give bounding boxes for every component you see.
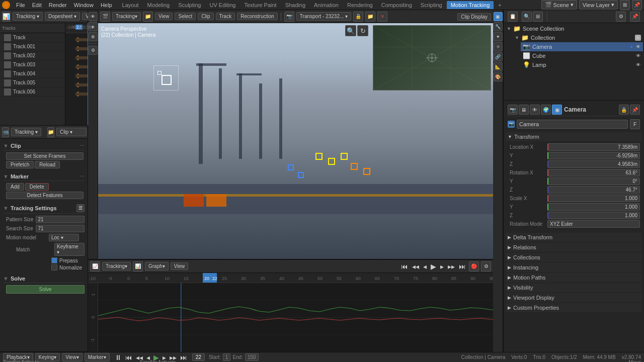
prop-view-icon[interactable]: 👁 bbox=[530, 105, 540, 115]
prop-object-data-icon[interactable]: ▣ bbox=[552, 105, 562, 115]
outliner-settings-icon[interactable]: ⚙ bbox=[616, 12, 626, 22]
side-icon-0[interactable]: 👁 bbox=[89, 12, 98, 21]
track-item-1[interactable]: Track.001 bbox=[0, 42, 65, 51]
props-physics-icon[interactable]: ⚛ bbox=[494, 42, 503, 51]
clip-viewer-type-icon[interactable]: 🎬 bbox=[100, 12, 110, 22]
clip-viewer-mode[interactable]: Tracking▾ bbox=[112, 12, 141, 21]
lamp-item[interactable]: 💡 Lamp 👁 bbox=[521, 60, 643, 69]
clip-viewer-main[interactable]: Camera Perspective (22) Collection | Cam… bbox=[98, 23, 493, 259]
graph-mode[interactable]: Tracking▾ bbox=[102, 262, 131, 270]
solve-button[interactable]: Solve bbox=[6, 285, 85, 294]
marker-delete-btn[interactable]: Delete bbox=[25, 183, 49, 191]
match-dropdown[interactable]: Keyframe ▾ bbox=[54, 243, 85, 256]
track-item-0[interactable]: Track bbox=[0, 33, 65, 42]
side-icon-solve[interactable]: ⚙ bbox=[89, 46, 98, 55]
tab-scripting[interactable]: Scripting bbox=[417, 1, 446, 9]
menu-edit[interactable]: Edit bbox=[29, 1, 45, 9]
cube-visibility[interactable]: 👁 bbox=[635, 53, 641, 59]
tab-animation[interactable]: Animation bbox=[310, 1, 343, 9]
current-frame-display[interactable]: 22 bbox=[192, 353, 205, 361]
clip-display-btn[interactable]: Clip Display bbox=[457, 13, 491, 21]
graph-type[interactable]: Graph▾ bbox=[145, 262, 169, 270]
prop-pin-icon[interactable]: 📌 bbox=[630, 105, 640, 115]
collection-visibility[interactable]: 👁 bbox=[635, 35, 641, 41]
cube-item[interactable]: ⬜ Cube 👁 bbox=[521, 51, 643, 60]
editor-type-icon[interactable]: 📊 bbox=[2, 12, 11, 22]
prefetch-btn[interactable]: Prefetch bbox=[6, 161, 34, 168]
instancing-header[interactable]: ▶ Instancing bbox=[506, 263, 642, 272]
tab-layout[interactable]: Layout bbox=[118, 1, 143, 9]
lamp-visibility[interactable]: 👁 bbox=[635, 62, 641, 68]
marker-add-btn[interactable]: Add bbox=[6, 183, 24, 191]
prop-output-icon[interactable]: 🖥 bbox=[519, 105, 529, 115]
location-x-input[interactable] bbox=[547, 143, 640, 151]
scale-x-input[interactable] bbox=[547, 195, 640, 202]
tab-shading[interactable]: Shading bbox=[281, 1, 309, 9]
graph-icon[interactable]: 📊 bbox=[133, 261, 143, 272]
camera-visibility[interactable]: 👁 bbox=[635, 44, 641, 50]
frame-start-input[interactable]: 1 bbox=[223, 353, 231, 361]
graph-view-btn[interactable]: View bbox=[171, 262, 189, 270]
view-layer-selector[interactable]: View Layer▾ bbox=[579, 0, 618, 10]
rotation-y-input[interactable] bbox=[547, 177, 640, 185]
transform-header[interactable]: ▼ Transform bbox=[506, 132, 642, 141]
render-settings-icon[interactable]: ⚙ bbox=[481, 261, 491, 272]
view-btn[interactable]: View▾ bbox=[62, 353, 83, 361]
display-icon[interactable]: ⊞ bbox=[533, 12, 543, 22]
rotation-mode-dropdown[interactable]: XYZ Euler bbox=[547, 220, 640, 228]
cview-folder-icon[interactable]: 📁 bbox=[365, 12, 375, 22]
rotation-x-input[interactable] bbox=[547, 169, 640, 176]
menu-window[interactable]: Window bbox=[71, 1, 97, 9]
track-item-2[interactable]: Track.002 bbox=[0, 51, 65, 60]
next-frame-btn[interactable]: ▸▸ bbox=[447, 261, 456, 272]
frame-end-input[interactable]: 150 bbox=[245, 353, 259, 361]
props-particles-icon[interactable]: ✦ bbox=[494, 32, 503, 41]
prop-lock-icon[interactable]: 🔒 bbox=[619, 105, 629, 115]
search-size-input[interactable] bbox=[36, 225, 85, 232]
marker-btn[interactable]: Marker▾ bbox=[85, 353, 110, 361]
cview-transport[interactable]: Transport - 23232...▾ bbox=[296, 12, 351, 21]
go-end-btn[interactable]: ⏭ bbox=[458, 261, 467, 272]
go-start-btn[interactable]: ⏮ bbox=[400, 261, 409, 272]
prev-keyframe-btn[interactable]: ◂ bbox=[422, 261, 428, 272]
prev-frame-btn[interactable]: ◂◂ bbox=[411, 261, 420, 272]
scene-selector[interactable]: 🎬 Scene▾ bbox=[541, 0, 577, 10]
cview-view-btn[interactable]: View bbox=[155, 13, 173, 20]
clip-file-icon[interactable]: 📁 bbox=[47, 127, 54, 137]
tab-uv-editing[interactable]: UV Editing bbox=[205, 1, 239, 9]
custom-props-header[interactable]: ▶ Custom Properties bbox=[506, 303, 642, 312]
props-constraints-icon[interactable]: 🔗 bbox=[494, 52, 503, 61]
collections-header[interactable]: ▶ Collections bbox=[506, 253, 642, 262]
cview-lock-icon[interactable]: 🔒 bbox=[353, 12, 363, 22]
timeline-keyframes[interactable]: -100 -50 22 50 100 150 bbox=[65, 23, 88, 125]
track-item-5[interactable]: Track.005 bbox=[0, 78, 65, 87]
outliner-pin-icon[interactable]: 📌 bbox=[630, 12, 640, 22]
cview-reconstruction-btn[interactable]: Reconstruction bbox=[237, 13, 278, 20]
detect-features-btn[interactable]: Detect Features bbox=[6, 192, 84, 199]
pb-go-end-btn[interactable]: ⏭ bbox=[179, 352, 188, 363]
prepass-checkbox[interactable] bbox=[51, 257, 57, 263]
cview-camera-icon[interactable]: 📷 bbox=[284, 12, 294, 22]
collection-item[interactable]: ▼ 📁 Collection 👁 bbox=[513, 33, 643, 42]
menu-render[interactable]: Render bbox=[46, 1, 70, 9]
pb-pause-btn[interactable]: ⏸ bbox=[114, 352, 123, 363]
menu-help[interactable]: Help bbox=[98, 1, 115, 9]
props-object-icon[interactable]: ▣ bbox=[494, 12, 503, 21]
clip-mode-dropdown[interactable]: Tracking▾ bbox=[11, 128, 41, 136]
cview-select-btn[interactable]: Select bbox=[175, 13, 196, 20]
props-data-icon[interactable]: 📐 bbox=[494, 62, 503, 71]
graph-editor-type-icon[interactable]: 📈 bbox=[90, 261, 100, 272]
reload-btn[interactable]: Reload bbox=[35, 161, 60, 168]
editor-type-btn[interactable]: ⊞ bbox=[620, 0, 630, 10]
clip-viewer-clip-icon[interactable]: 📁 bbox=[143, 12, 153, 22]
tab-motion-tracking[interactable]: Motion Tracking bbox=[447, 1, 494, 9]
rotation-z-input[interactable] bbox=[547, 186, 640, 194]
track-item-6[interactable]: Track.006 bbox=[0, 87, 65, 97]
pattern-size-input[interactable] bbox=[36, 216, 85, 223]
tab-sculpting[interactable]: Sculpting bbox=[174, 1, 205, 9]
scene-collection-item[interactable]: ▼ 📁 Scene Collection bbox=[505, 24, 643, 33]
outliner-type-icon[interactable]: 📋 bbox=[508, 12, 518, 22]
dopesheet-mode[interactable]: Tracking▾ bbox=[13, 12, 43, 21]
cview-track-btn[interactable]: Track bbox=[216, 13, 235, 20]
object-fake-user[interactable]: F bbox=[630, 119, 640, 129]
